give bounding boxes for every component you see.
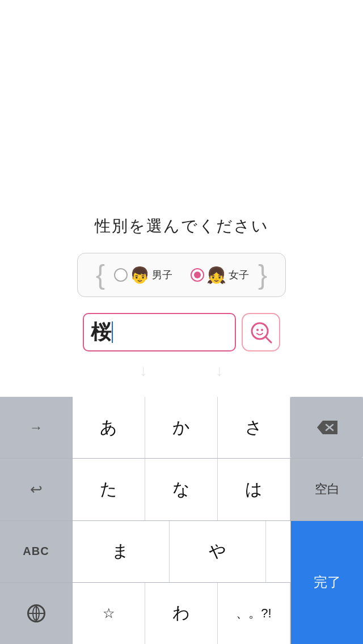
delete-icon bbox=[316, 420, 339, 435]
arrow-area: ↓ ↓ bbox=[140, 362, 223, 380]
emoji-female: 👧 bbox=[206, 266, 226, 285]
key-a[interactable]: あ bbox=[73, 397, 145, 458]
key-ya[interactable]: や bbox=[170, 521, 267, 582]
gender-option-male[interactable]: 👦 男子 bbox=[114, 266, 172, 285]
key-ha[interactable]: は bbox=[218, 459, 290, 520]
key-delete[interactable] bbox=[290, 397, 363, 458]
key-space[interactable]: 空白 bbox=[290, 459, 363, 520]
arrow-right: ↓ bbox=[216, 362, 223, 380]
keyboard-area: → あ か さ ↩ た な は 空白 ABC ま や ら bbox=[0, 397, 363, 644]
key-next[interactable]: → bbox=[0, 397, 73, 458]
key-abc[interactable]: ABC bbox=[0, 521, 73, 582]
search-icon bbox=[250, 321, 272, 344]
radio-female[interactable] bbox=[191, 268, 204, 282]
keyboard-row-3: ABC ま や ら 完了 bbox=[0, 521, 363, 583]
svg-point-3 bbox=[261, 329, 263, 331]
label-female: 女子 bbox=[229, 268, 249, 282]
svg-line-1 bbox=[265, 337, 271, 342]
keyboard-row-2: ↩ た な は 空白 bbox=[0, 459, 363, 520]
space-label: 空白 bbox=[315, 481, 340, 498]
gender-option-female[interactable]: 👧 女子 bbox=[191, 266, 249, 285]
label-male: 男子 bbox=[152, 268, 172, 282]
globe-icon bbox=[27, 604, 45, 622]
key-ka[interactable]: か bbox=[145, 397, 218, 458]
abc-label: ABC bbox=[23, 545, 49, 558]
key-punctuation[interactable]: 、。?! bbox=[218, 583, 290, 644]
svg-point-2 bbox=[256, 329, 259, 331]
key-na[interactable]: な bbox=[145, 459, 218, 520]
arrow-right-icon: → bbox=[29, 420, 43, 435]
page-title: 性別を選んでください bbox=[95, 215, 269, 237]
radio-female-dot bbox=[194, 272, 201, 278]
gender-selector: { 👦 男子 👧 女子 } bbox=[77, 253, 286, 297]
key-ta[interactable]: た bbox=[73, 459, 145, 520]
key-star[interactable]: ☆ bbox=[73, 583, 145, 644]
key-sa[interactable]: さ bbox=[218, 397, 290, 458]
key-done[interactable]: 完了 bbox=[290, 521, 363, 644]
arrow-left: ↓ bbox=[140, 362, 147, 380]
key-globe[interactable] bbox=[0, 583, 73, 644]
search-row: 桜 bbox=[83, 313, 280, 351]
brace-left: { bbox=[96, 261, 105, 289]
keyboard-row-1: → あ か さ bbox=[0, 397, 363, 459]
key-undo[interactable]: ↩ bbox=[0, 459, 73, 520]
upper-area: 性別を選んでください { 👦 男子 👧 女子 } 桜 bbox=[0, 0, 363, 397]
search-input-box[interactable]: 桜 bbox=[83, 313, 236, 351]
text-cursor bbox=[112, 321, 113, 343]
undo-icon: ↩ bbox=[30, 481, 43, 498]
search-input-value[interactable]: 桜 bbox=[91, 319, 111, 346]
search-button[interactable] bbox=[242, 313, 280, 351]
done-label: 完了 bbox=[314, 573, 341, 591]
key-wa[interactable]: わ bbox=[145, 583, 218, 644]
emoji-male: 👦 bbox=[130, 266, 150, 285]
brace-right: } bbox=[258, 261, 267, 289]
radio-male[interactable] bbox=[114, 268, 128, 282]
key-ma[interactable]: ま bbox=[73, 521, 170, 582]
